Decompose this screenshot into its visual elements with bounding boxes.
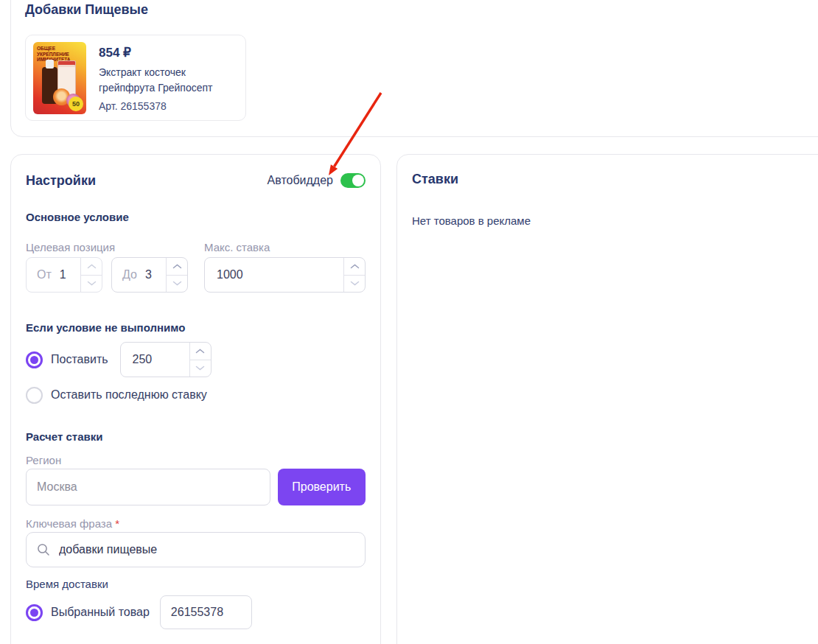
chevron-up-icon [87,264,97,269]
fallback-bid-input[interactable]: 250 [120,342,212,377]
from-prefix: От [37,268,52,281]
volume-badge: 50 [69,97,83,111]
chevron-up-icon [195,349,205,354]
set-option-label: Поставить [51,353,108,366]
keyword-input[interactable] [57,542,356,557]
keyword-search-box[interactable] [26,532,366,567]
fallback-heading: Если условие не выполнимо [26,321,366,334]
to-value: 3 [145,268,152,281]
position-to-input[interactable]: До 3 [111,257,188,293]
delivery-heading: Время доставки [26,578,366,590]
product-image: ОБЩЕЕ УКРЕПЛЕНИЕ ИММУНИТЕТА 50 [33,42,86,114]
keyword-label: Ключевая фраза * [26,517,366,530]
to-prefix: До [122,268,137,281]
bottle-cap-graphic [46,60,54,69]
to-spin-down[interactable] [167,276,187,293]
region-input[interactable] [26,469,270,505]
chevron-down-icon [195,365,205,371]
radio-set-bid[interactable] [26,351,43,368]
max-bid-spin-up[interactable] [344,258,365,276]
selected-product-input[interactable] [160,595,252,629]
max-bid-group: Макс. ставка 1000 [204,241,366,293]
campaign-title: Добавки Пищевые [25,2,148,18]
autobidder-label: Автобиддер [268,174,333,187]
chevron-down-icon [172,281,182,286]
check-button[interactable]: Проверить [278,469,366,505]
fallback-set-option[interactable]: Поставить 250 [26,341,366,378]
chevron-down-icon [87,281,97,286]
radio-selected-product[interactable] [26,604,43,621]
to-spin-up[interactable] [167,258,187,276]
chevron-up-icon [172,264,182,269]
from-spin-down[interactable] [81,276,102,293]
main-condition-heading: Основное условие [26,211,366,223]
toggle-knob [352,175,364,186]
campaign-panel: Добавки Пищевые ОБЩЕЕ УКРЕПЛЕНИЕ ИММУНИТ… [10,0,818,137]
max-bid-spin-down[interactable] [344,276,365,293]
bid-calc-heading: Расчет ставки [26,430,366,443]
product-sku: Арт. 26155378 [99,100,167,112]
from-spin-up[interactable] [81,258,102,276]
fallback-keep-option[interactable]: Оставить последнюю ставку [26,386,366,404]
region-label: Регион [26,454,366,466]
settings-panel: Настройки Автобиддер Основное условие Це… [10,154,381,644]
bids-empty-message: Нет товаров в рекламе [412,214,818,227]
chevron-down-icon [350,281,360,286]
chevron-up-icon [350,264,360,269]
fallback-spin-down[interactable] [190,360,211,377]
selected-product-label: Выбранный товар [51,606,150,619]
fallback-spin-up[interactable] [190,343,211,360]
product-card[interactable]: ОБЩЕЕ УКРЕПЛЕНИЕ ИММУНИТЕТА 50 854 ₽ Экс… [25,35,246,121]
autobidder-control: Автобиддер [268,173,366,188]
bids-title: Ставки [412,172,818,187]
delivery-selected-option[interactable]: Выбранный товар [26,595,366,629]
max-bid-input[interactable]: 1000 [204,257,366,293]
target-position-group: Целевая позиция От 1 [26,241,188,293]
search-icon [37,543,50,556]
max-bid-label: Макс. ставка [204,241,366,253]
product-price: 854 ₽ [99,45,131,60]
max-bid-value: 1000 [217,268,243,281]
bids-panel: Ставки Нет товаров в рекламе [396,154,818,644]
fallback-bid-value: 250 [133,353,153,366]
position-from-input[interactable]: От 1 [26,257,102,293]
settings-title: Настройки [26,173,96,189]
page: Добавки Пищевые ОБЩЕЕ УКРЕПЛЕНИЕ ИММУНИТ… [0,0,818,644]
autobidder-toggle[interactable] [340,173,366,188]
required-mark: * [115,517,119,530]
target-position-label: Целевая позиция [26,241,188,253]
radio-keep-last-bid[interactable] [26,387,43,404]
product-name: Экстракт косточек грейпфрута Грейпосепт [99,65,213,96]
keep-option-label: Оставить последнюю ставку [51,388,207,402]
from-value: 1 [60,268,66,281]
